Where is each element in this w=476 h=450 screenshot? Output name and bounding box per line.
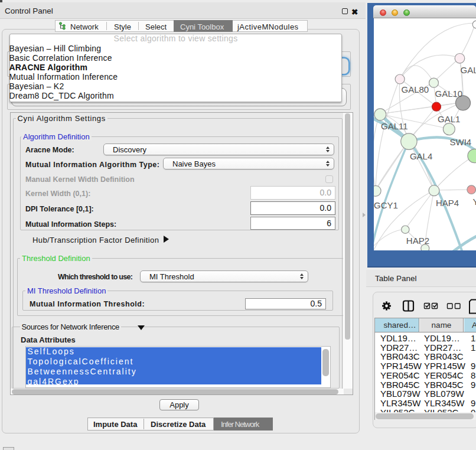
- svg-text:HAP2: HAP2: [406, 236, 429, 246]
- svg-text:HAP4: HAP4: [436, 198, 459, 208]
- svg-text:GCY1: GCY1: [374, 200, 398, 210]
- svg-text:GAL4: GAL4: [409, 151, 432, 161]
- svg-text:SWI4: SWI4: [449, 137, 471, 147]
- svg-text:Y: Y: [472, 197, 476, 207]
- svg-text:GAL: GAL: [460, 65, 476, 75]
- svg-text:GAL10: GAL10: [435, 89, 462, 99]
- svg-text:GAL80: GAL80: [401, 84, 429, 94]
- svg-text:GAL11: GAL11: [381, 121, 408, 131]
- svg-text:GAL1: GAL1: [438, 114, 460, 124]
